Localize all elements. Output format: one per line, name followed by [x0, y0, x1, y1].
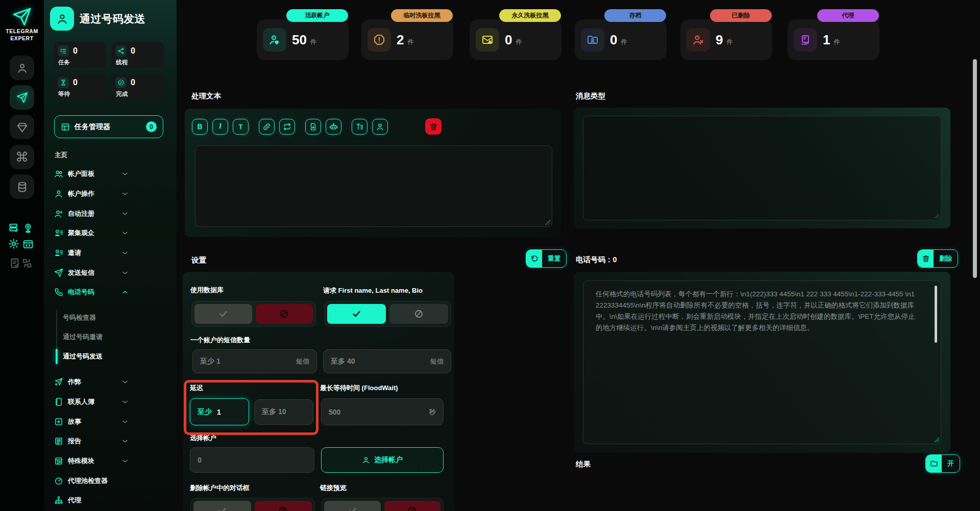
toolbar-title-button[interactable]: T [233, 119, 249, 135]
page-scrollbar-thumb[interactable] [973, 59, 977, 278]
toolbar-italic-button[interactable]: I [212, 119, 228, 135]
message-type-panel [574, 108, 950, 228]
use-database-no-button[interactable] [256, 304, 313, 324]
chevron-down-icon [121, 269, 129, 276]
rail-footer-server-check[interactable] [8, 222, 19, 234]
send-plus-icon [54, 377, 63, 387]
block-icon [407, 506, 417, 511]
submenu-item-通过号码邀请[interactable]: 通过号码邀请 [44, 327, 177, 347]
task-manager-button[interactable]: 任务管理器 0 [54, 115, 163, 138]
link-preview-yes-button[interactable] [324, 501, 381, 511]
sidebar-item-电话号码[interactable]: 电话号码 [44, 283, 177, 302]
sidebar-item-帐户操作[interactable]: 帐户操作 [44, 184, 177, 204]
reset-button[interactable]: 重置 [526, 249, 567, 268]
phone-numbers-textarea[interactable]: 任何格式的电话号码列表，每个都有一个新行：\n1(222)333 4455\n1… [583, 280, 941, 444]
rail-button-user[interactable] [10, 56, 34, 80]
delete-dialogs-no-button[interactable] [255, 501, 312, 511]
rail-button-database[interactable] [10, 174, 34, 199]
folder-icon-segment [926, 455, 942, 472]
sidebar-item-特殊模块[interactable]: 特殊模块 [44, 451, 177, 471]
process-text-textarea[interactable] [195, 145, 552, 227]
resize-handle[interactable] [545, 220, 550, 225]
stat-unit: 件 [310, 38, 316, 46]
request-profile-no-button[interactable] [389, 304, 448, 324]
counter-完成: 0完成 [111, 73, 164, 99]
sms-max-suffix: 短信 [430, 357, 444, 366]
settings-title: 设置 [191, 256, 206, 265]
stat-card-永久洗板拉黑[interactable]: 永久洗板拉黑0件 [470, 19, 561, 60]
phone-numbers-title: 电话号码：0 [576, 255, 617, 265]
stat-value: 9 [716, 32, 723, 48]
floodwait-input[interactable]: 500 秒 [321, 398, 444, 425]
resize-handle[interactable] [934, 213, 939, 218]
message-type-textarea[interactable] [583, 116, 941, 220]
stat-card-临时洗板拉黑[interactable]: 临时洗板拉黑2件 [361, 19, 453, 60]
sidebar-item-邀请[interactable]: 邀请 [44, 243, 177, 263]
stat-card-存档[interactable]: 存档0件 [575, 19, 667, 60]
file-import-icon [309, 122, 317, 131]
webcam-icon [22, 222, 34, 234]
chevron-down-icon [121, 378, 129, 386]
toolbar-repeat-button[interactable] [279, 119, 295, 135]
submenu-item-号码检查器[interactable]: 号码检查器 [44, 308, 177, 327]
sms-min-input[interactable]: 至少 1 短信 [192, 349, 317, 373]
chevron-up-icon [121, 289, 129, 296]
chevron-down-icon [121, 398, 129, 405]
link-preview-no-button[interactable] [384, 501, 441, 511]
sidebar-item-代理[interactable]: 代理 [44, 491, 177, 510]
floodwait-suffix: 秒 [429, 407, 436, 417]
rail-button-gem[interactable] [10, 115, 34, 139]
trash-icon [922, 254, 930, 263]
rail-footer-doc-check[interactable] [9, 258, 20, 269]
sms-max-input[interactable]: 至多 40 短信 [323, 349, 451, 373]
delete-dialogs-yes-button[interactable] [193, 501, 251, 511]
sidebar-item-发送短信[interactable]: 发送短信 [44, 263, 177, 283]
rail-footer-gear[interactable] [8, 238, 19, 249]
telegram-plane-icon [12, 7, 32, 27]
use-database-yes-button[interactable] [194, 304, 252, 324]
sidebar-item-作弊[interactable]: 作弊 [44, 372, 177, 392]
rail-footer-code-window[interactable] [22, 239, 34, 250]
stat-card-代理[interactable]: 代理1件 [788, 19, 879, 60]
delete-numbers-button[interactable]: 删除 [917, 249, 958, 268]
sidebar-item-代理池检查器[interactable]: 代理池检查器 [44, 471, 177, 491]
sidebar-item-聚集观众[interactable]: 聚集观众 [44, 223, 177, 243]
sidebar-item-报告[interactable]: 报告 [44, 431, 177, 451]
open-results-button[interactable]: 开 [925, 454, 960, 473]
counter-等待: 0等待 [54, 73, 106, 99]
toolbar-clear-button[interactable] [425, 118, 442, 135]
process-text-title: 处理文本 [191, 91, 221, 101]
counter-value: 0 [73, 77, 78, 88]
toolbar-bold-button[interactable]: B [192, 119, 208, 135]
counter-label: 等待 [58, 90, 70, 98]
accounts-count-input[interactable]: 0 [190, 447, 314, 473]
user-icon [376, 122, 384, 131]
toolbar-user-button[interactable] [372, 119, 388, 135]
toolbar-link-button[interactable] [259, 119, 275, 135]
select-accounts-button[interactable]: 选择帐户 [321, 447, 444, 473]
sidebar-item-自动注册[interactable]: 自动注册 [44, 203, 177, 223]
stat-unit: 件 [407, 38, 413, 46]
stat-card-活跃帐户[interactable]: 活跃帐户50件 [257, 19, 349, 60]
resize-handle[interactable] [934, 437, 939, 442]
stat-card-已删除[interactable]: 已删除9件 [680, 19, 772, 60]
toolbar-text-spacing-button[interactable] [352, 119, 368, 135]
rail-footer-swap[interactable] [21, 258, 33, 269]
rail-button-command[interactable]: ⌘ [10, 145, 34, 169]
sidebar-item-帐户面板[interactable]: 帐户面板 [44, 164, 177, 184]
textarea-scrollbar-thumb[interactable] [935, 286, 937, 343]
format-toolbar: BIT [192, 118, 442, 135]
sidebar-item-联系人簿[interactable]: 联系人簿 [44, 392, 177, 412]
sidebar: 通过号码发送 0任务0线程0等待0完成 任务管理器 0 主页 帐户面板帐户操作自… [44, 0, 177, 511]
rail-button-send[interactable] [10, 85, 34, 110]
submenu-item-通过号码发送[interactable]: 通过号码发送 [44, 347, 177, 366]
delay-min-input[interactable]: 至少 1 [190, 398, 249, 425]
delay-max-input[interactable]: 至多 10 [254, 399, 313, 425]
user-x-icon [692, 34, 704, 46]
check-icon [348, 506, 357, 511]
sidebar-item-故事[interactable]: 故事 [44, 412, 177, 431]
rail-footer-webcam[interactable] [22, 222, 34, 234]
toolbar-file-import-button[interactable] [305, 119, 321, 135]
request-profile-yes-button[interactable] [327, 304, 386, 324]
toolbar-robot-button[interactable] [326, 119, 341, 135]
